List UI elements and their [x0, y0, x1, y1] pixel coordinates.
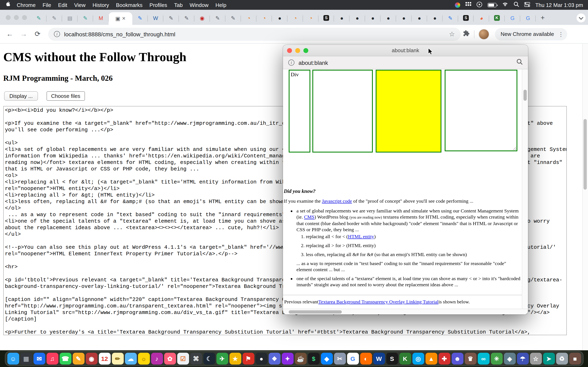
dock-app-icon[interactable]: ◉ — [86, 353, 97, 365]
forward-button[interactable]: → — [18, 28, 29, 40]
page-scrollbar[interactable] — [582, 44, 588, 350]
menu-item[interactable]: Help — [215, 2, 226, 8]
popup-title-bar[interactable]: about:blank — [283, 45, 528, 56]
cms-link[interactable]: CMS — [304, 214, 314, 220]
tab-close-icon[interactable]: ✕ — [122, 16, 126, 21]
browser-tab[interactable]: ◕ — [474, 11, 489, 25]
browser-tab[interactable]: S — [458, 11, 474, 25]
status-app-icon[interactable] — [455, 2, 460, 8]
browser-tab[interactable]: ◔ — [287, 11, 303, 25]
url-text[interactable]: localhost:8888/cms_no_follow_through.htm… — [64, 31, 175, 37]
browser-tab[interactable]: ◔ — [256, 11, 272, 25]
popup-vertical-scrollbar[interactable] — [522, 69, 528, 309]
browser-tab[interactable]: ● — [272, 11, 287, 25]
site-info-icon[interactable]: i — [54, 31, 60, 37]
dock-app-icon[interactable]: 12 — [99, 353, 111, 365]
search-icon[interactable] — [514, 2, 519, 8]
browser-tab[interactable]: ▤ — [62, 11, 78, 25]
browser-tab[interactable]: ● — [427, 11, 443, 25]
battery-icon[interactable] — [488, 3, 497, 7]
previous-tutorial-link[interactable]: Textarea Background Transparency Overlay… — [318, 299, 438, 305]
chrome-update-button[interactable]: New Chrome available ⋮ — [495, 28, 567, 40]
dock-app-icon[interactable]: ■ — [569, 353, 581, 365]
kebab-menu-icon[interactable]: ⋮ — [558, 31, 564, 37]
tab-search-chevron-icon[interactable] — [577, 13, 586, 22]
dock-app-icon[interactable]: ☻ — [451, 353, 463, 365]
menu-item[interactable]: Edit — [58, 2, 67, 8]
grid-icon[interactable] — [466, 2, 471, 8]
dock-app-icon[interactable]: ❖ — [268, 353, 280, 365]
browser-tab[interactable]: K — [489, 11, 505, 25]
dock-app-icon[interactable]: ☁ — [125, 353, 137, 365]
choose-files-button[interactable]: Choose files — [47, 91, 85, 101]
browser-tab[interactable]: ● — [396, 11, 412, 25]
browser-tab[interactable]: ✎ — [47, 11, 62, 25]
new-tab-button[interactable]: + — [537, 13, 548, 23]
browser-tab[interactable]: G — [505, 11, 520, 25]
dock-app-icon[interactable]: ✚ — [438, 353, 450, 365]
dock-app-icon[interactable]: ▲ — [425, 353, 437, 365]
browser-tab[interactable]: ✎ — [210, 11, 225, 25]
popup-zoom-search-icon[interactable] — [517, 59, 523, 67]
dock-app-icon[interactable]: S — [386, 353, 398, 365]
browser-tab[interactable]: ✎ — [443, 11, 458, 25]
browser-tab[interactable]: ✎ — [163, 11, 179, 25]
menu-item[interactable]: Tab — [174, 2, 183, 8]
dock-app-icon[interactable]: ☂ — [517, 353, 528, 365]
dock-app-icon[interactable]: ☺ — [7, 353, 19, 365]
browser-tab[interactable]: ▣ ✕ — [109, 12, 132, 25]
dock-app-icon[interactable]: $ — [308, 353, 320, 365]
dock-app-icon[interactable]: ☼ — [138, 353, 150, 365]
apple-logo-icon[interactable] — [5, 1, 10, 8]
dock-app-icon[interactable]: ♛ — [465, 353, 476, 365]
browser-tab[interactable]: ● — [365, 11, 380, 25]
browser-tab[interactable]: S — [319, 11, 334, 25]
menu-item[interactable]: Chrome — [17, 2, 36, 8]
menu-item[interactable]: File — [43, 2, 51, 8]
html-entity-link[interactable]: HTML entity — [348, 234, 374, 239]
dock-app-icon[interactable]: ◎ — [412, 353, 424, 365]
browser-tab[interactable]: G — [520, 11, 536, 25]
browser-tab[interactable]: ◔ — [241, 11, 256, 25]
dock-app-icon[interactable]: ✂ — [334, 353, 346, 365]
display-button[interactable]: Display ... — [4, 91, 38, 101]
control-center-icon[interactable] — [524, 2, 530, 8]
dock-app-icon[interactable]: ☕ — [295, 353, 306, 365]
dock-app-icon[interactable]: G — [347, 353, 359, 365]
dock-app-icon[interactable]: ✏ — [112, 353, 123, 365]
dock-app-icon[interactable]: ✉ — [33, 353, 45, 365]
dock-app-icon[interactable]: ● — [255, 353, 267, 365]
profile-avatar[interactable] — [479, 29, 489, 39]
javascript-code-link[interactable]: Javascript code — [322, 198, 352, 204]
proof-textarea[interactable] — [445, 70, 517, 151]
page-scrollbar-thumb[interactable] — [584, 119, 587, 190]
popup-url-text[interactable]: about:blank — [298, 59, 328, 66]
address-bar[interactable]: i localhost:8888/cms_no_follow_through.h… — [48, 27, 461, 41]
dock-app-icon[interactable]: ✦ — [282, 353, 293, 365]
browser-tab[interactable]: ● — [380, 11, 396, 25]
popup-site-info-icon[interactable]: i — [288, 59, 294, 66]
dock-app-icon[interactable]: ☑ — [177, 353, 189, 365]
browser-tab[interactable]: ● — [334, 11, 350, 25]
dock-app-icon[interactable]: W — [373, 353, 385, 365]
menu-item[interactable]: Bookmarks — [116, 2, 143, 8]
browser-tab[interactable]: M — [93, 11, 109, 25]
popup-address-bar[interactable]: i about:blank — [283, 56, 528, 69]
browser-tab[interactable]: ● — [350, 11, 365, 25]
menu-item[interactable]: View — [74, 2, 86, 8]
dock-app-icon[interactable]: ☎ — [60, 353, 71, 365]
dock-app-icon[interactable]: ◈ — [504, 353, 516, 365]
menu-item[interactable]: Profiles — [149, 2, 167, 8]
close-window-button[interactable] — [6, 15, 11, 20]
popup-vscroll-thumb[interactable] — [523, 90, 527, 101]
dock-app-icon[interactable]: ➤ — [543, 353, 555, 365]
dock-app-icon[interactable]: ✈ — [216, 353, 228, 365]
dock-app-icon[interactable]: ∞ — [477, 353, 489, 365]
dock-app-icon[interactable]: K — [399, 353, 411, 365]
popup-horizontal-scrollbar[interactable] — [283, 309, 528, 314]
dock-app-icon[interactable]: ☾ — [203, 353, 215, 365]
browser-tab[interactable]: ✎ — [179, 11, 194, 25]
browser-tab[interactable]: ✎ — [78, 11, 93, 25]
dock-app-icon[interactable]: ✎ — [72, 353, 84, 365]
play-icon[interactable] — [476, 1, 482, 8]
